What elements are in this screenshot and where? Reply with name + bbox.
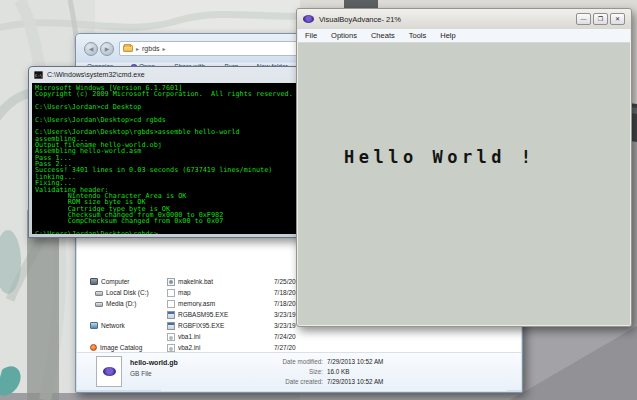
- menu-item[interactable]: Tools: [402, 31, 434, 40]
- file-icon: [167, 300, 175, 308]
- date-created-value: 7/29/2013 10:52 AM: [327, 377, 383, 387]
- caption-button[interactable]: —: [576, 13, 591, 25]
- menu-item[interactable]: Cheats: [364, 31, 402, 40]
- cmd-output-line: C:\Users\Jordan\Desktop\rgbds>: [35, 231, 307, 234]
- menu-item[interactable]: File: [298, 31, 324, 40]
- file-name: memory.asm: [178, 300, 274, 307]
- file-date-modified: 7/24/20: [274, 333, 354, 340]
- caption-button[interactable]: ✕: [610, 13, 625, 25]
- file-type: [354, 333, 417, 340]
- file-date-modified: 7/27/20: [274, 344, 354, 351]
- forward-button[interactable]: ▶: [100, 42, 114, 56]
- vba-app-icon: [303, 15, 314, 23]
- breadcrumb-separator-icon: ▸: [163, 45, 166, 52]
- size-value: 16.0 KB: [327, 367, 383, 377]
- caption-button[interactable]: ❐: [593, 13, 608, 25]
- file-name: vba1.ini: [178, 333, 274, 340]
- file-name: RGBFIX95.EXE: [178, 322, 274, 329]
- back-button[interactable]: ◀: [84, 42, 98, 56]
- breadcrumb-folder[interactable]: rgbds: [142, 45, 160, 52]
- menu-item[interactable]: Help: [433, 31, 462, 40]
- selected-file-type: GB File: [130, 370, 152, 377]
- vba-window-title: VisualBoyAdvance- 21%: [319, 15, 401, 24]
- sidebar-item-label: Image Catalog: [100, 344, 142, 351]
- date-created-label: Date created:: [227, 377, 323, 387]
- sidebar-item-icon: [95, 291, 103, 296]
- file-icon: [167, 278, 175, 286]
- file-icon: [167, 311, 175, 319]
- file-icon: [167, 289, 175, 297]
- explorer-sidebar: Computer Local Disk (C:) Media (D:): [90, 276, 160, 353]
- sidebar-item-label: Network: [101, 322, 125, 329]
- cmd-titlebar[interactable]: C:\ C:\Windows\system32\cmd.exe: [29, 67, 310, 82]
- sidebar-item-icon: [95, 302, 103, 307]
- vba-window: VisualBoyAdvance- 21% — ❐ ✕ File Options…: [296, 8, 632, 327]
- file-icon: [167, 322, 175, 330]
- cmd-window-title: C:\Windows\system32\cmd.exe: [47, 71, 145, 78]
- file-name: vba2.ini: [178, 344, 274, 351]
- cmd-window: C:\ C:\Windows\system32\cmd.exe Microsof…: [28, 66, 311, 238]
- vba-caption-buttons: — ❐ ✕: [576, 13, 625, 25]
- date-modified-label: Date modified:: [227, 357, 323, 367]
- file-name: makelnk.bat: [178, 278, 274, 285]
- gameboy-screen-text: Hello World !: [344, 147, 536, 167]
- sidebar-item-icon: [90, 344, 97, 351]
- sidebar-item-label: Computer: [101, 278, 130, 285]
- vba-menubar: File Options Cheats Tools Help: [298, 29, 630, 43]
- sidebar-item-icon: [90, 322, 98, 329]
- sidebar-item-label: Local Disk (C:): [106, 289, 149, 296]
- file-icon: [167, 344, 175, 352]
- sidebar-item[interactable]: Media (D:): [90, 298, 160, 309]
- menu-item[interactable]: Options: [324, 31, 364, 40]
- file-size: [429, 344, 463, 351]
- file-icon: [167, 333, 175, 341]
- sidebar-item-label: Media (D:): [106, 300, 136, 307]
- selected-file-icon: [96, 356, 122, 387]
- selected-file-metadata: Date modified: 7/29/2013 10:52 AM Size: …: [227, 357, 383, 387]
- cmd-icon: C:\: [34, 71, 43, 79]
- desktop: ◀ ▶ ▸ rgbds ▸ Organize ▾ Open: [0, 0, 637, 400]
- sidebar-item[interactable]: Computer: [90, 276, 160, 287]
- file-size: [429, 333, 463, 340]
- selected-file-name: hello-world.gb: [130, 359, 178, 366]
- file-name: RGBASM95.EXE: [178, 311, 274, 318]
- gameboy-screen: Hello World !: [298, 43, 630, 325]
- file-type: [354, 344, 417, 351]
- breadcrumb-separator-icon: ▸: [136, 45, 139, 52]
- sidebar-item-icon: [90, 278, 98, 285]
- sidebar-item[interactable]: Local Disk (C:): [90, 287, 160, 298]
- size-label: Size:: [227, 367, 323, 377]
- details-pane: hello-world.gb GB File Date modified: 7/…: [77, 352, 521, 390]
- file-row[interactable]: vba1.ini 7/24/20: [161, 331, 508, 342]
- file-name: map: [178, 289, 274, 296]
- folder-icon: [123, 45, 133, 52]
- date-modified-value: 7/29/2013 10:52 AM: [327, 357, 383, 367]
- cmd-terminal-output[interactable]: Microsoft Windows [Version 6.1.7601] Cop…: [32, 83, 307, 234]
- sidebar-item[interactable]: Network: [90, 320, 160, 331]
- cmd-output-line: Copyright (c) 2009 Microsoft Corporation…: [35, 91, 307, 97]
